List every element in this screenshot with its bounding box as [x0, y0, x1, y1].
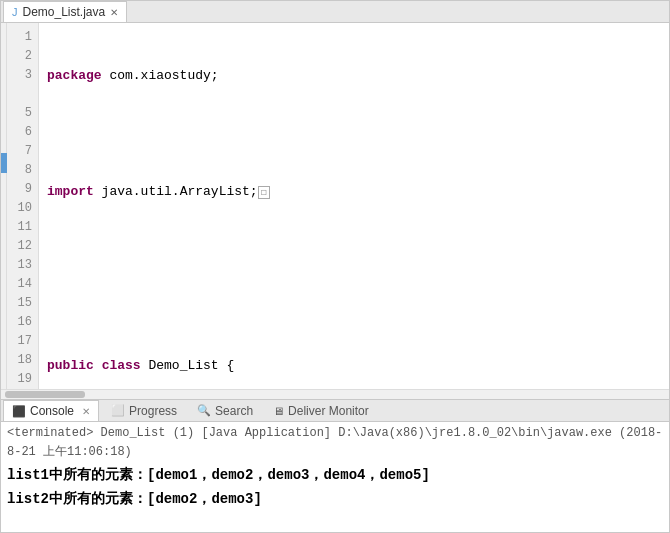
console-tab-label: Console [30, 404, 74, 418]
console-output-line-2: list2中所有的元素：[demo2，demo3] [7, 488, 663, 512]
search-icon: 🔍 [197, 404, 211, 417]
scrollbar-thumb[interactable] [5, 391, 85, 398]
tab-label: Demo_List.java [23, 5, 106, 19]
horizontal-scrollbar[interactable] [1, 389, 669, 399]
code-line: public class Demo_List { [47, 356, 661, 375]
tab-progress[interactable]: ⬜ Progress [103, 400, 185, 421]
code-line: package com.xiaostudy; [47, 66, 661, 85]
monitor-icon: 🖥 [273, 405, 284, 417]
console-icon: ⬛ [12, 405, 26, 418]
console-panel: ⬛ Console ✕ ⬜ Progress 🔍 Search 🖥 Delive… [0, 400, 670, 533]
tab-deliver-monitor[interactable]: 🖥 Deliver Monitor [265, 400, 377, 421]
console-tab-bar: ⬛ Console ✕ ⬜ Progress 🔍 Search 🖥 Delive… [1, 400, 669, 422]
tab-console[interactable]: ⬛ Console ✕ [3, 400, 99, 421]
terminated-line: <terminated> Demo_List (1) [Java Applica… [7, 424, 663, 462]
progress-tab-label: Progress [129, 404, 177, 418]
code-line: import java.util.ArrayList;☐ [47, 182, 661, 201]
progress-icon: ⬜ [111, 404, 125, 417]
code-line [47, 298, 661, 317]
code-area: 1 2 3 5 6 7 8 9 10 11 12 13 14 15 16 17 … [1, 23, 669, 389]
editor-tab[interactable]: J Demo_List.java ✕ [3, 1, 127, 22]
java-file-icon: J [12, 6, 18, 18]
code-content[interactable]: package com.xiaostudy; import java.util.… [39, 23, 669, 389]
console-output-line-1: list1中所有的元素：[demo1，demo2，demo3，demo4，dem… [7, 464, 663, 488]
search-tab-label: Search [215, 404, 253, 418]
editor-tab-bar: J Demo_List.java ✕ [1, 1, 669, 23]
tab-search[interactable]: 🔍 Search [189, 400, 261, 421]
deliver-monitor-tab-label: Deliver Monitor [288, 404, 369, 418]
line-numbers: 1 2 3 5 6 7 8 9 10 11 12 13 14 15 16 17 … [7, 23, 39, 389]
close-icon[interactable]: ✕ [110, 7, 118, 18]
code-line [47, 240, 661, 259]
editor-panel: J Demo_List.java ✕ 1 2 3 5 6 7 8 9 10 11… [0, 0, 670, 400]
console-body: <terminated> Demo_List (1) [Java Applica… [1, 422, 669, 532]
code-line [47, 124, 661, 143]
close-console-icon[interactable]: ✕ [82, 406, 90, 417]
